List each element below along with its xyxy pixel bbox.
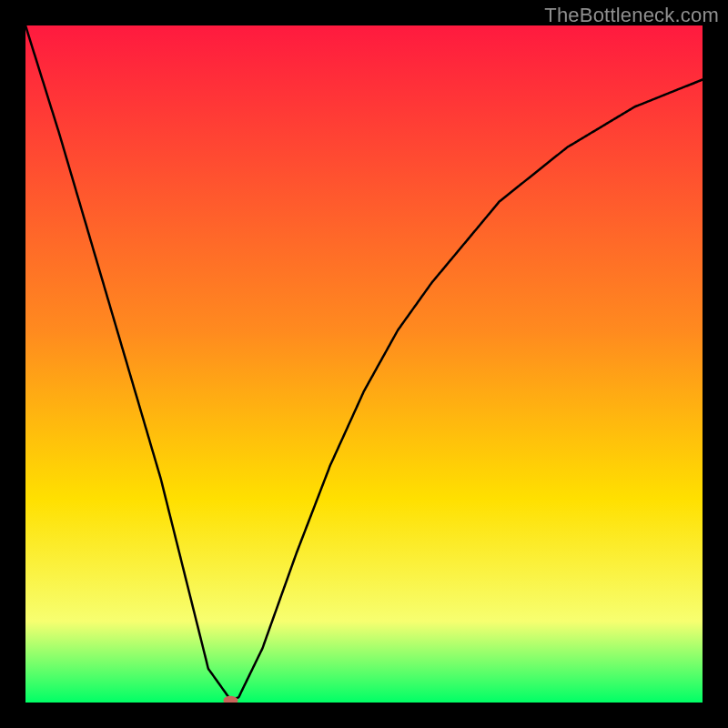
- chart-svg: [25, 25, 703, 703]
- chart-frame: TheBottleneck.com: [0, 0, 728, 728]
- plot-area: [25, 25, 703, 703]
- attribution-label: TheBottleneck.com: [544, 4, 719, 27]
